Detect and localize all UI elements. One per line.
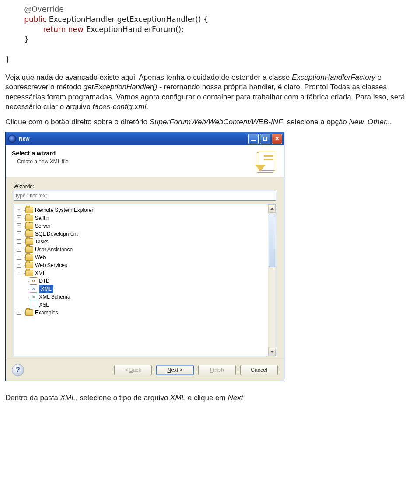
tree-item-label: XSL: [39, 301, 49, 309]
next-button[interactable]: Next >: [156, 365, 194, 375]
tree-file-node[interactable]: ··DDTD: [17, 277, 267, 285]
folder-icon: [25, 215, 33, 221]
tree-item-label: Web Services: [35, 261, 67, 269]
scroll-thumb[interactable]: [269, 214, 275, 267]
tree-item-label: XML: [35, 269, 46, 277]
tree-file-node[interactable]: ··XSL: [17, 301, 267, 309]
code-annotation: @Override: [24, 5, 64, 14]
wizard-tree: +·Remote System Explorer+·Sailfin+·Serve…: [14, 204, 276, 356]
new-wizard-dialog: New Select a wizard Create a new XML fil…: [5, 132, 284, 381]
maximize-button[interactable]: [260, 134, 270, 144]
expand-icon[interactable]: +: [17, 208, 21, 212]
expand-icon[interactable]: −: [17, 271, 21, 275]
finish-button[interactable]: Finish: [198, 365, 236, 375]
code-text: }: [24, 35, 29, 44]
tree-item-label: XML Schema: [39, 293, 70, 301]
expand-icon[interactable]: +: [17, 255, 21, 260]
dialog-footer: ? < Back Next > Finish Cancel: [6, 359, 284, 381]
folder-icon: [25, 207, 33, 213]
tree-folder-node[interactable]: +·Web Services: [17, 261, 267, 269]
dialog-subheading: Create a new XML file: [12, 159, 69, 165]
expand-icon[interactable]: +: [17, 223, 21, 228]
tree-folder-node[interactable]: +·Tasks: [17, 238, 267, 246]
expand-icon[interactable]: +: [17, 231, 21, 236]
scroll-down-button[interactable]: [268, 348, 276, 356]
code-keyword: public: [24, 15, 46, 24]
minimize-button[interactable]: [248, 134, 259, 144]
close-button[interactable]: [272, 134, 282, 144]
tree-item-label: SQL Development: [35, 230, 78, 238]
tree-folder-node[interactable]: +·Web: [17, 254, 267, 261]
folder-icon: [25, 309, 33, 316]
tree-folder-node[interactable]: +·Examples: [17, 309, 267, 317]
app-icon: [8, 135, 16, 143]
cancel-button[interactable]: Cancel: [240, 365, 278, 375]
help-button[interactable]: ?: [12, 364, 24, 376]
body-paragraph: Dentro da pasta XML, selecione o tipo de…: [5, 393, 415, 403]
dialog-heading: Select a wizard: [12, 150, 69, 157]
tree-file-node[interactable]: ··SXML Schema: [17, 293, 267, 301]
file-icon: S: [30, 293, 37, 300]
titlebar[interactable]: New: [6, 132, 284, 145]
expand-icon[interactable]: +: [17, 247, 21, 252]
expand-icon[interactable]: +: [17, 310, 21, 315]
scrollbar[interactable]: [268, 204, 276, 356]
tree-item-label: DTD: [39, 277, 50, 285]
tree-item-label: Remote System Explorer: [35, 206, 93, 214]
tree-item-label: XML: [39, 285, 53, 293]
file-icon: [30, 301, 37, 308]
code-block: @Override public ExceptionHandler getExc…: [5, 4, 415, 65]
folder-icon: [25, 254, 33, 261]
tree-item-label: Tasks: [35, 238, 49, 246]
code-text: ExceptionHandlerForum();: [84, 25, 184, 34]
wizard-banner-icon: [256, 150, 278, 172]
folder-icon: [25, 246, 33, 253]
file-icon: D: [30, 277, 37, 285]
tree-item-label: User Assistance: [35, 246, 73, 254]
tree-folder-node[interactable]: +·User Assistance: [17, 246, 267, 254]
folder-icon: [25, 238, 33, 245]
tree-item-label: Sailfin: [35, 214, 49, 222]
expand-icon[interactable]: +: [17, 263, 21, 268]
tree-file-node[interactable]: ··XXML: [17, 285, 267, 293]
folder-icon: [25, 270, 33, 276]
wizards-label: Wizards:: [14, 183, 276, 190]
expand-icon[interactable]: +: [17, 215, 21, 220]
tree-folder-node[interactable]: +·SQL Development: [17, 230, 267, 238]
tree-folder-node[interactable]: −·XML: [17, 269, 267, 277]
tree-folder-node[interactable]: +·Sailfin: [17, 214, 267, 222]
tree-item-label: Examples: [35, 309, 58, 317]
expand-icon[interactable]: +: [17, 239, 21, 244]
folder-icon: [25, 222, 33, 229]
file-icon: X: [30, 285, 37, 293]
back-button[interactable]: < Back: [114, 365, 152, 375]
body-paragraph: Clique com o botão direito sobre o diret…: [5, 117, 415, 127]
filter-input[interactable]: [14, 191, 276, 201]
dialog-header: Select a wizard Create a new XML file: [6, 145, 284, 177]
tree-item-label: Server: [35, 222, 50, 230]
tree-folder-node[interactable]: +·Server: [17, 222, 267, 230]
body-paragraph: Veja que nada de avançado existe aqui. A…: [5, 73, 415, 112]
tree-folder-node[interactable]: +·Remote System Explorer: [17, 206, 267, 214]
window-title: New: [19, 136, 30, 142]
folder-icon: [25, 230, 33, 237]
folder-icon: [25, 262, 33, 268]
code-text: }: [5, 55, 10, 64]
code-keyword: return new: [43, 25, 84, 34]
scroll-up-button[interactable]: [268, 204, 276, 213]
tree-item-label: Web: [35, 254, 46, 261]
code-text: ExceptionHandler getExceptionHandler() {: [46, 15, 208, 24]
